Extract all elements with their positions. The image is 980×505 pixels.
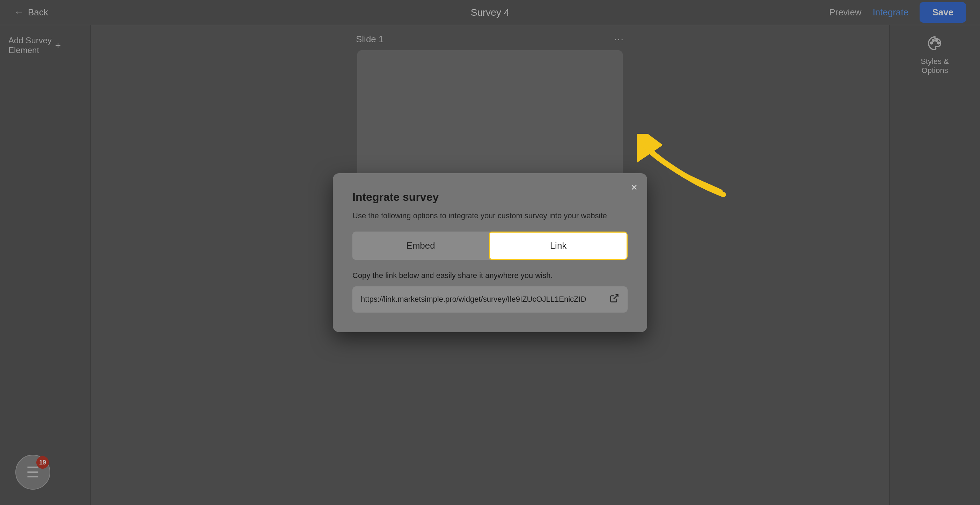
tab-link-button[interactable]: Link [489, 231, 628, 260]
arrow-annotation [637, 134, 735, 210]
modal-link-row: https://link.marketsimple.pro/widget/sur… [352, 287, 628, 312]
svg-line-4 [614, 295, 618, 299]
modal-dialog: × Integrate survey Use the following opt… [333, 173, 647, 332]
modal-description: Use the following options to integrate y… [352, 211, 628, 220]
tab-embed-button[interactable]: Embed [352, 231, 489, 260]
modal-copy-label: Copy the link below and easily share it … [352, 271, 628, 280]
modal-tabs: Embed Link [352, 231, 628, 260]
modal-close-button[interactable]: × [631, 182, 637, 193]
modal-overlay: × Integrate survey Use the following opt… [0, 0, 980, 505]
external-link-icon[interactable] [609, 293, 619, 306]
modal-link-url: https://link.marketsimple.pro/widget/sur… [361, 295, 604, 304]
svg-marker-6 [637, 136, 648, 147]
modal-title: Integrate survey [352, 191, 628, 204]
